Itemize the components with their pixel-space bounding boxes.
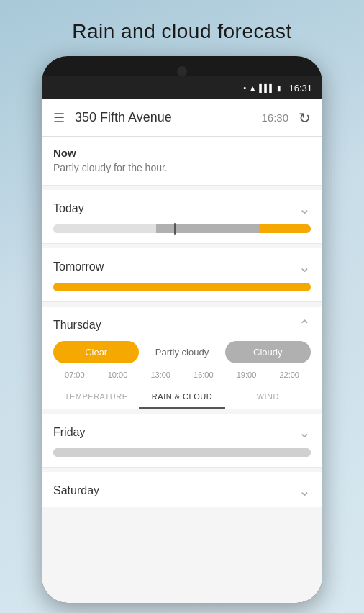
today-bar-container: [42, 224, 322, 243]
saturday-section: Saturday ⌄: [42, 472, 322, 507]
today-bar-fill: [53, 224, 311, 233]
friday-bar-container: [42, 448, 322, 467]
phone-camera: [177, 66, 187, 76]
today-header[interactable]: Today ⌄: [42, 190, 322, 224]
tomorrow-bar-container: [42, 283, 322, 301]
tab-bar: TEMPERATURE RAIN & CLOUD WIND: [42, 385, 322, 409]
battery-icon: ▮: [277, 84, 281, 92]
time-label-1600: 16:00: [182, 371, 225, 379]
friday-section: Friday ⌄: [42, 414, 322, 468]
time-label-2200: 22:00: [268, 371, 311, 379]
today-label: Today: [53, 202, 84, 215]
notification-icon: ▪: [243, 83, 246, 92]
saturday-chevron: ⌄: [299, 482, 311, 499]
thursday-label: Thursday: [53, 319, 101, 332]
friday-header[interactable]: Friday ⌄: [42, 414, 322, 448]
chip-partly-cloudy[interactable]: Partly cloudy: [139, 341, 224, 363]
weather-chips: Clear Partly cloudy Cloudy: [42, 341, 322, 368]
today-section: Today ⌄: [42, 190, 322, 244]
tomorrow-section: Tomorrow ⌄: [42, 248, 322, 302]
chip-cloudy[interactable]: Cloudy: [225, 341, 311, 363]
tomorrow-chevron: ⌄: [299, 258, 311, 276]
today-bar-track: [53, 224, 311, 233]
refresh-icon[interactable]: ↻: [299, 109, 311, 127]
friday-label: Friday: [53, 426, 85, 439]
time-labels: 07:00 10:00 13:00 16:00 19:00 22:00: [42, 368, 322, 385]
thursday-header[interactable]: Thursday ⌃: [42, 306, 322, 341]
tomorrow-header[interactable]: Tomorrow ⌄: [42, 248, 322, 283]
app-bar: ☰ 350 Fifth Avenue 16:30 ↻: [42, 99, 322, 137]
location-title: 350 Fifth Avenue: [75, 110, 261, 125]
friday-bar-track: [53, 448, 311, 457]
time-label-0700: 07:00: [53, 371, 96, 379]
today-chevron: ⌄: [299, 200, 311, 217]
page-title: Rain and cloud forecast: [58, 0, 306, 56]
tab-rain-cloud[interactable]: RAIN & CLOUD: [139, 385, 224, 409]
tomorrow-label: Tomorrow: [53, 260, 104, 273]
friday-bar-fill: [53, 448, 311, 457]
app-bar-time: 16:30: [261, 112, 288, 124]
saturday-header[interactable]: Saturday ⌄: [42, 472, 322, 507]
tomorrow-bar-track: [53, 283, 311, 291]
now-section: Now Partly cloudy for the hour.: [42, 137, 322, 186]
saturday-label: Saturday: [53, 484, 99, 497]
status-time: 16:31: [288, 83, 312, 94]
time-label-1000: 10:00: [96, 371, 140, 379]
time-label-1900: 19:00: [225, 371, 268, 379]
friday-chevron: ⌄: [299, 424, 311, 441]
now-description: Partly cloudy for the hour.: [53, 162, 311, 173]
time-label-1300: 13:00: [139, 371, 182, 379]
signal-icon: ▌▌▌: [259, 84, 274, 92]
phone-frame: ▪ ▲ ▌▌▌ ▮ 16:31 ☰ 350 Fifth Avenue 16:30…: [42, 56, 322, 603]
status-bar: ▪ ▲ ▌▌▌ ▮ 16:31: [42, 76, 322, 99]
tab-wind[interactable]: WIND: [225, 385, 311, 409]
tomorrow-bar-fill: [53, 283, 311, 291]
now-label: Now: [53, 147, 311, 159]
thursday-chevron: ⌃: [299, 317, 311, 334]
thursday-section: Thursday ⌃ Clear Partly cloudy Cloudy 07…: [42, 306, 322, 409]
content-area: Now Partly cloudy for the hour. Today ⌄ …: [42, 137, 322, 603]
today-bar-marker: [174, 223, 176, 235]
status-icons: ▪ ▲ ▌▌▌ ▮ 16:31: [243, 83, 312, 94]
tab-temperature[interactable]: TEMPERATURE: [53, 385, 139, 409]
chip-clear[interactable]: Clear: [53, 341, 139, 363]
menu-icon[interactable]: ☰: [53, 112, 65, 124]
wifi-icon: ▲: [249, 84, 256, 92]
